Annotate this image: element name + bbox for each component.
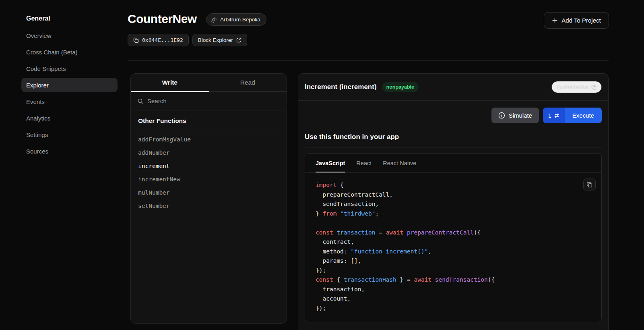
use-function-heading: Use this function in your app <box>305 133 602 147</box>
copy-icon <box>133 37 139 43</box>
code-tab-react-native[interactable]: React Native <box>383 154 416 172</box>
function-list-wrap: Other Functions addFromMsgValueaddNumber… <box>131 110 287 219</box>
swap-arrows-icon <box>554 113 559 118</box>
search-icon <box>137 98 144 104</box>
function-detail-header: Increment (increment) nonpayable 0xd09de… <box>298 74 608 101</box>
sidebar-item-settings[interactable]: Settings <box>21 127 118 142</box>
function-group-label: Other Functions <box>138 117 279 129</box>
network-badge-label: Arbitrum Sepolia <box>220 17 260 23</box>
action-row: Simulate 1 Execute <box>298 101 608 129</box>
execute-button[interactable]: Execute <box>565 108 602 123</box>
sidebar-item-events[interactable]: Events <box>21 94 118 109</box>
function-detail-panel: Increment (increment) nonpayable 0xd09de… <box>298 73 609 330</box>
network-icon <box>211 17 217 23</box>
network-badge[interactable]: Arbitrum Sepolia <box>206 13 266 26</box>
sidebar-item-overview[interactable]: Overview <box>21 28 118 43</box>
tab-write[interactable]: Write <box>131 74 209 91</box>
function-selector: 0xd09de08a <box>557 84 588 90</box>
external-link-icon <box>236 37 242 43</box>
mutability-badge: nonpayable <box>382 82 419 92</box>
page-title: CounterNew <box>128 12 197 26</box>
function-item-addNumber[interactable]: addNumber <box>138 146 279 159</box>
copy-icon <box>591 85 597 90</box>
plus-icon <box>552 17 558 23</box>
search-input[interactable] <box>147 98 280 104</box>
code-card: JavaScriptReactReact Native import { pre… <box>305 153 602 322</box>
code-body: import { prepareContractCall, sendTransa… <box>305 173 601 322</box>
info-icon <box>498 112 505 119</box>
execute-split-button: 1 Execute <box>543 108 602 123</box>
simulate-button[interactable]: Simulate <box>491 108 539 123</box>
function-search <box>131 92 287 110</box>
contract-meta-row: 0x044E...1E92 Block Explorer <box>128 34 247 46</box>
copy-address-button[interactable]: 0x044E...1E92 <box>128 34 189 46</box>
function-item-mulNumber[interactable]: mulNumber <box>138 186 279 199</box>
function-item-addFromMsgValue[interactable]: addFromMsgValue <box>138 133 279 146</box>
simulate-label: Simulate <box>509 112 532 119</box>
execute-count: 1 <box>548 112 551 119</box>
copy-code-button[interactable] <box>583 178 596 191</box>
sidebar-item-cross-chain-beta[interactable]: Cross Chain (Beta) <box>21 45 118 59</box>
header-divider <box>128 60 609 61</box>
contract-address: 0x044E...1E92 <box>142 37 183 43</box>
sidebar-item-analytics[interactable]: Analytics <box>21 111 118 125</box>
add-to-project-button[interactable]: Add To Project <box>544 12 609 29</box>
tab-read[interactable]: Read <box>209 74 287 91</box>
sidebar-item-code-snippets[interactable]: Code Snippets <box>21 61 118 76</box>
function-item-incrementNew[interactable]: incrementNew <box>138 172 279 186</box>
code-snippet: import { prepareContractCall, sendTransa… <box>316 181 591 313</box>
code-language-tabs: JavaScriptReactReact Native <box>305 154 601 173</box>
selector-copy-button[interactable]: 0xd09de08a <box>551 81 602 93</box>
sidebar-heading: General <box>21 14 118 23</box>
code-tab-react[interactable]: React <box>356 154 372 172</box>
block-explorer-button[interactable]: Block Explorer <box>192 34 247 46</box>
function-item-increment[interactable]: increment <box>138 159 279 172</box>
function-list: addFromMsgValueaddNumberincrementincreme… <box>138 129 279 212</box>
code-tab-javascript[interactable]: JavaScript <box>316 154 345 172</box>
sidebar-item-sources[interactable]: Sources <box>21 144 118 158</box>
function-title: Increment (increment) <box>305 83 377 91</box>
block-explorer-label: Block Explorer <box>198 37 233 43</box>
execute-label: Execute <box>572 112 594 119</box>
add-to-project-label: Add To Project <box>561 17 601 24</box>
sidebar: General OverviewCross Chain (Beta)Code S… <box>21 14 118 160</box>
sidebar-item-explorer[interactable]: Explorer <box>21 78 118 92</box>
sidebar-items: OverviewCross Chain (Beta)Code SnippetsE… <box>21 28 118 158</box>
copy-icon <box>586 182 592 188</box>
read-write-tabs: Write Read <box>131 74 287 92</box>
functions-panel: Write Read Other Functions addFromMsgVal… <box>130 73 287 324</box>
execute-count-button[interactable]: 1 <box>543 108 565 123</box>
function-item-setNumber[interactable]: setNumber <box>138 199 279 212</box>
